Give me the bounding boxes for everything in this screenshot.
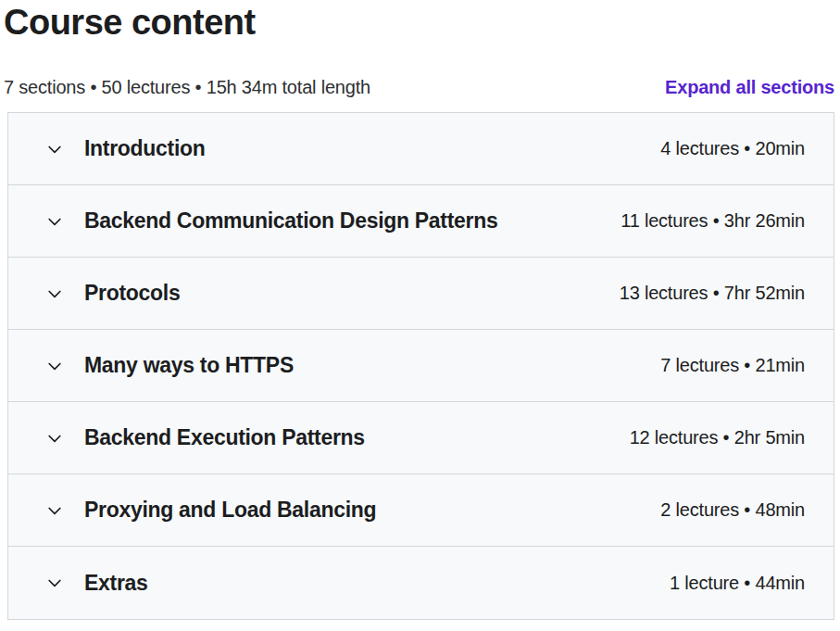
- section-title: Proxying and Load Balancing: [84, 498, 376, 523]
- section-row[interactable]: Extras 1 lecture • 44min: [8, 547, 834, 619]
- course-content-panel: Course content 7 sections • 50 lectures …: [0, 0, 840, 620]
- section-lecture-count: 7 lectures • 21min: [660, 355, 805, 376]
- section-title: Many ways to HTTPS: [84, 353, 294, 378]
- course-sections-list: Introduction 4 lectures • 20min Backend …: [7, 112, 834, 620]
- section-row[interactable]: Many ways to HTTPS 7 lectures • 21min: [8, 330, 834, 402]
- chevron-down-icon: [45, 140, 64, 158]
- section-row[interactable]: Protocols 13 lectures • 7hr 52min: [8, 258, 834, 330]
- section-lecture-count: 1 lecture • 44min: [670, 573, 805, 594]
- section-title: Backend Execution Patterns: [84, 425, 365, 450]
- section-lecture-count: 11 lectures • 3hr 26min: [621, 210, 805, 232]
- section-lecture-count: 2 lectures • 48min: [660, 499, 805, 521]
- section-title: Extras: [84, 571, 148, 596]
- chevron-down-icon: [45, 284, 64, 303]
- section-row[interactable]: Backend Execution Patterns 12 lectures •…: [8, 402, 834, 474]
- section-title: Introduction: [84, 136, 206, 161]
- section-title: Backend Communication Design Patterns: [84, 208, 497, 233]
- section-row[interactable]: Proxying and Load Balancing 2 lectures •…: [8, 474, 834, 547]
- chevron-down-icon: [45, 429, 64, 448]
- chevron-down-icon: [45, 357, 64, 375]
- page-title: Course content: [4, 2, 834, 43]
- chevron-down-icon: [45, 212, 64, 231]
- section-lecture-count: 4 lectures • 20min: [660, 138, 805, 159]
- section-lecture-count: 12 lectures • 2hr 5min: [630, 427, 805, 448]
- section-row[interactable]: Introduction 4 lectures • 20min: [8, 113, 834, 185]
- expand-all-sections-link[interactable]: Expand all sections: [665, 77, 834, 98]
- course-summary: 7 sections • 50 lectures • 15h 34m total…: [4, 77, 370, 98]
- chevron-down-icon: [45, 574, 64, 592]
- section-title: Protocols: [84, 281, 180, 306]
- summary-row: 7 sections • 50 lectures • 15h 34m total…: [4, 77, 834, 98]
- section-lecture-count: 13 lectures • 7hr 52min: [620, 283, 805, 304]
- section-row[interactable]: Backend Communication Design Patterns 11…: [8, 185, 834, 258]
- chevron-down-icon: [45, 501, 64, 520]
